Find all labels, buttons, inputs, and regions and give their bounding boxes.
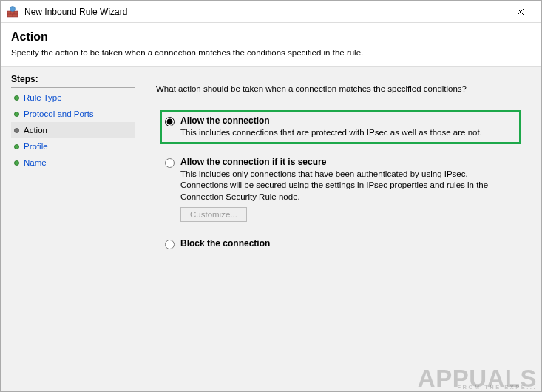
step-bullet-icon bbox=[14, 95, 19, 101]
option-allow-secure[interactable]: Allow the connection if it is secure Thi… bbox=[162, 154, 519, 226]
watermark-site: wsxn.com bbox=[496, 388, 529, 391]
radio-allow[interactable] bbox=[165, 117, 175, 126]
option-text: Allow the connection This includes conne… bbox=[180, 115, 482, 139]
step-bullet-icon bbox=[14, 112, 19, 117]
radio-block[interactable] bbox=[165, 240, 175, 249]
window-title: New Inbound Rule Wizard bbox=[24, 7, 506, 17]
page-header: Action Specify the action to be taken wh… bbox=[1, 23, 541, 67]
steps-heading: Steps: bbox=[11, 74, 135, 88]
step-label: Profile bbox=[24, 142, 48, 151]
close-button[interactable] bbox=[506, 1, 535, 22]
close-icon bbox=[517, 8, 524, 16]
step-rule-type[interactable]: Rule Type bbox=[11, 89, 135, 106]
step-protocol-ports[interactable]: Protocol and Ports bbox=[11, 106, 135, 122]
step-action[interactable]: Action bbox=[11, 122, 135, 138]
option-desc: This includes only connections that have… bbox=[180, 169, 516, 203]
option-text: Block the connection bbox=[180, 238, 270, 250]
firewall-icon bbox=[7, 6, 18, 18]
radio-allow-secure[interactable] bbox=[165, 158, 175, 168]
option-title: Allow the connection bbox=[180, 115, 482, 126]
page-description: Specify the action to be taken when a co… bbox=[11, 48, 531, 57]
action-prompt: What action should be taken when a conne… bbox=[153, 84, 519, 93]
customize-button: Customize... bbox=[180, 207, 247, 222]
wizard-window: New Inbound Rule Wizard Action Specify t… bbox=[0, 0, 542, 392]
option-block-connection[interactable]: Block the connection bbox=[162, 235, 519, 253]
option-allow-connection[interactable]: Allow the connection This includes conne… bbox=[162, 112, 519, 142]
body: Steps: Rule Type Protocol and Ports Acti… bbox=[1, 67, 541, 391]
titlebar: New Inbound Rule Wizard bbox=[1, 1, 541, 23]
step-label: Name bbox=[24, 158, 47, 167]
option-desc: This includes connections that are prote… bbox=[180, 127, 482, 139]
svg-point-5 bbox=[10, 6, 16, 11]
step-label: Protocol and Ports bbox=[24, 109, 94, 118]
step-bullet-icon bbox=[14, 144, 19, 149]
option-title: Allow the connection if it is secure bbox=[180, 157, 516, 167]
page-title: Action bbox=[11, 30, 531, 44]
step-label: Rule Type bbox=[24, 93, 62, 102]
step-name[interactable]: Name bbox=[11, 155, 135, 171]
option-text: Allow the connection if it is secure Thi… bbox=[180, 157, 516, 223]
step-bullet-icon bbox=[14, 160, 19, 166]
step-profile[interactable]: Profile bbox=[11, 138, 135, 155]
steps-sidebar: Steps: Rule Type Protocol and Ports Acti… bbox=[1, 67, 138, 391]
action-options: Allow the connection This includes conne… bbox=[153, 112, 519, 253]
option-title: Block the connection bbox=[180, 238, 270, 249]
main-panel: What action should be taken when a conne… bbox=[138, 67, 541, 391]
step-bullet-icon bbox=[14, 128, 19, 133]
step-label: Action bbox=[24, 126, 47, 135]
